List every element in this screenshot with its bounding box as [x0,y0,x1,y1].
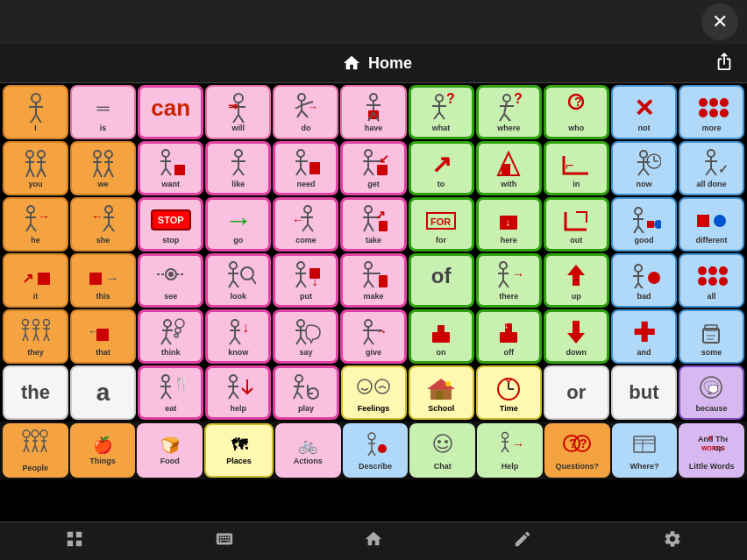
cell-come[interactable]: ← come [273,197,338,252]
cell-we[interactable]: we [70,141,136,195]
cell-up[interactable]: up [544,253,609,308]
cell-on[interactable]: on [409,309,474,364]
cell-that[interactable]: ← that [70,309,136,364]
cell-do[interactable]: → do [273,85,338,139]
category-help[interactable]: → Help [477,423,543,478]
cell-need[interactable]: need [273,141,338,195]
cell-make[interactable]: make [340,253,406,308]
cell-school[interactable]: School [409,365,474,420]
cell-think[interactable]: think [138,309,203,364]
category-people[interactable]: People [3,423,68,478]
share-button[interactable] [715,52,734,75]
cell-put[interactable]: ↓ put [273,253,338,308]
cell-label-come: come [295,237,317,245]
cell-some[interactable]: some [679,309,744,364]
svg-line-290 [41,445,44,452]
cell-this[interactable]: → this [70,253,136,308]
cell-out[interactable]: out [544,197,609,252]
cell-in[interactable]: ⌐ in [544,141,609,195]
category-things[interactable]: 🍎 Things [70,423,136,478]
svg-text:↗: ↗ [375,208,386,222]
cell-more[interactable]: more [679,85,744,139]
cell-help[interactable]: help [205,365,271,420]
cell-I[interactable]: I [3,85,68,139]
cell-different[interactable]: different [679,197,744,252]
cell-eat[interactable]: 🍴 eat [138,365,203,420]
toolbar-grid-button[interactable] [47,522,102,560]
cell-now[interactable]: now [611,141,677,195]
toolbar-keyboard-button[interactable] [197,522,252,560]
pencil-icon [513,529,532,549]
cell-the[interactable]: the [3,365,68,420]
cell-and[interactable]: ✚ and [611,309,677,364]
category-chat[interactable]: Chat [409,423,475,478]
cell-label-up: up [572,293,581,301]
cell-to[interactable]: ↗ to [409,141,474,195]
cell-here[interactable]: ↓ here [476,197,542,252]
cell-or[interactable]: or [544,365,609,420]
cell-for[interactable]: FOR for [409,197,474,252]
cell-where[interactable]: ? where [476,85,542,139]
cell-like[interactable]: like [205,141,271,195]
cell-because[interactable]: 💭 because [679,365,744,420]
cell-of[interactable]: of of [409,253,474,308]
cell-go[interactable]: → go [205,197,271,252]
cell-take[interactable]: ↗ take [340,197,406,252]
svg-text:?: ? [580,436,587,450]
cell-play[interactable]: play [273,365,338,420]
cell-you[interactable]: you [3,141,68,195]
category-questions[interactable]: ? ? Questions? [544,423,610,478]
cell-say[interactable]: say [273,309,338,364]
cell-is[interactable]: ═ is [70,85,136,139]
svg-text:↓: ↓ [503,320,509,331]
category-actions[interactable]: 🚲 Actions [275,423,341,478]
cell-with[interactable]: with [476,141,542,195]
svg-line-52 [37,168,41,177]
cell-know[interactable]: ↓ know [205,309,271,364]
toolbar-settings-button[interactable] [645,522,700,560]
svg-marker-239 [567,333,585,344]
cell-there[interactable]: → there [476,253,542,308]
cell-off[interactable]: ↓ off [476,309,542,364]
cell-look[interactable]: look [205,253,271,308]
cell-he[interactable]: → he [3,197,68,252]
cell-will[interactable]: ⇒ will [205,85,271,139]
cell-but[interactable]: but [611,365,677,420]
cell-see[interactable]: see [138,253,203,308]
category-describe[interactable]: Describe [343,423,409,478]
cell-down[interactable]: down [544,309,609,364]
cell-icon-different [693,204,729,236]
category-little-words[interactable]: And It The WORDS Up Little Words [679,423,744,478]
cell-they[interactable]: they [3,309,68,364]
cell-want[interactable]: want [138,141,203,195]
svg-point-165 [365,262,372,269]
cell-it[interactable]: ↗ it [3,253,68,308]
cell-all[interactable]: all [679,253,744,308]
svg-line-169 [368,280,374,287]
cell-who[interactable]: ? who [544,85,609,139]
cell-give[interactable]: → give [340,309,406,364]
category-places[interactable]: 🗺 Places [204,423,274,478]
svg-rect-145 [89,273,102,285]
toolbar-pencil-button[interactable] [495,522,550,560]
cell-a[interactable]: a [70,365,136,420]
cell-get[interactable]: ↙ get [340,141,406,195]
cell-all-done[interactable]: ✓ all done [679,141,744,195]
cell-can[interactable]: can can [138,85,203,139]
svg-point-148 [168,272,174,277]
category-where[interactable]: Where? [612,423,678,478]
svg-line-62 [104,168,109,177]
cell-not[interactable]: ✕ not [611,85,677,139]
cell-feelings[interactable]: Feelings [341,365,407,420]
category-food[interactable]: 🍞 Food [137,423,203,478]
cell-good[interactable]: good [611,197,677,252]
toolbar-home-button[interactable] [346,522,401,560]
cell-have[interactable]: have [340,85,406,139]
cell-she[interactable]: ← she [70,197,136,252]
cell-what[interactable]: ? what [409,85,474,139]
close-button[interactable]: ✕ [701,4,738,40]
cell-bad[interactable]: bad [611,253,677,308]
cat-icon-things: 🍎 [93,436,112,455]
cell-time[interactable]: Time [476,365,542,420]
cell-stop[interactable]: STOP stop [138,197,203,252]
